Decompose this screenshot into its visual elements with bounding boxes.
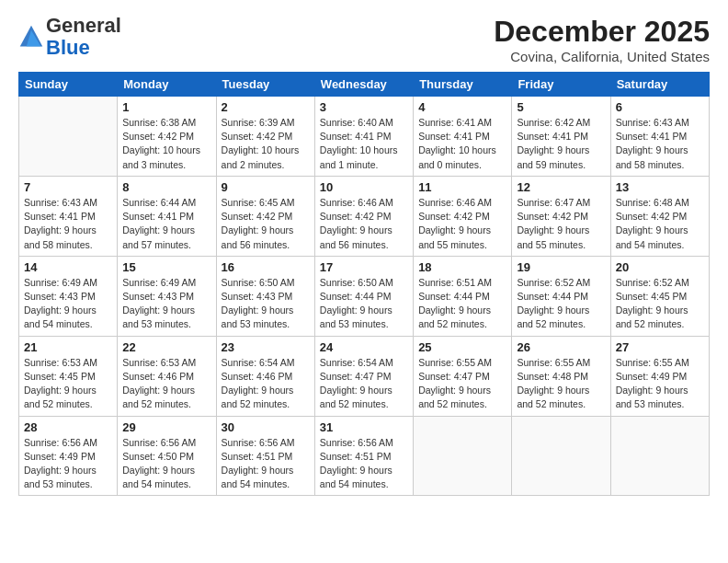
day-cell: 22Sunrise: 6:53 AMSunset: 4:46 PMDayligh… [118, 336, 216, 416]
day-cell: 8Sunrise: 6:44 AMSunset: 4:41 PMDaylight… [118, 176, 216, 256]
week-row-3: 21Sunrise: 6:53 AMSunset: 4:45 PMDayligh… [19, 336, 710, 416]
day-number: 25 [418, 340, 506, 354]
day-cell: 11Sunrise: 6:46 AMSunset: 4:42 PMDayligh… [414, 176, 512, 256]
day-cell: 21Sunrise: 6:53 AMSunset: 4:45 PMDayligh… [19, 336, 118, 416]
day-number: 17 [320, 260, 408, 274]
day-number: 20 [616, 260, 704, 274]
weekday-header-monday: Monday [118, 73, 216, 97]
day-cell: 19Sunrise: 6:52 AMSunset: 4:44 PMDayligh… [512, 256, 610, 336]
day-info: Sunrise: 6:42 AMSunset: 4:41 PMDaylight:… [517, 116, 605, 172]
day-info: Sunrise: 6:56 AMSunset: 4:49 PMDaylight:… [24, 436, 112, 492]
day-info: Sunrise: 6:56 AMSunset: 4:51 PMDaylight:… [222, 436, 310, 492]
day-number: 12 [517, 180, 605, 194]
day-number: 22 [122, 340, 210, 354]
weekday-header-thursday: Thursday [414, 73, 512, 97]
day-cell: 27Sunrise: 6:55 AMSunset: 4:49 PMDayligh… [610, 336, 709, 416]
day-cell: 9Sunrise: 6:45 AMSunset: 4:42 PMDaylight… [216, 176, 314, 256]
day-number: 26 [517, 340, 605, 354]
day-cell: 14Sunrise: 6:49 AMSunset: 4:43 PMDayligh… [19, 256, 118, 336]
logo-icon [18, 24, 44, 50]
day-info: Sunrise: 6:43 AMSunset: 4:41 PMDaylight:… [616, 116, 704, 172]
day-cell: 6Sunrise: 6:43 AMSunset: 4:41 PMDaylight… [610, 97, 709, 177]
day-info: Sunrise: 6:50 AMSunset: 4:43 PMDaylight:… [222, 276, 310, 332]
day-cell: 3Sunrise: 6:40 AMSunset: 4:41 PMDaylight… [314, 97, 413, 177]
day-cell: 13Sunrise: 6:48 AMSunset: 4:42 PMDayligh… [610, 176, 709, 256]
day-cell: 28Sunrise: 6:56 AMSunset: 4:49 PMDayligh… [19, 416, 118, 496]
day-number: 21 [24, 340, 112, 354]
day-number: 10 [320, 180, 408, 194]
day-info: Sunrise: 6:53 AMSunset: 4:45 PMDaylight:… [24, 356, 112, 412]
day-cell: 10Sunrise: 6:46 AMSunset: 4:42 PMDayligh… [314, 176, 413, 256]
day-number: 14 [24, 260, 112, 274]
day-number: 4 [418, 100, 506, 114]
day-number: 27 [616, 340, 704, 354]
day-info: Sunrise: 6:51 AMSunset: 4:44 PMDaylight:… [418, 276, 506, 332]
day-info: Sunrise: 6:45 AMSunset: 4:42 PMDaylight:… [222, 196, 310, 252]
day-number: 30 [222, 420, 310, 434]
day-info: Sunrise: 6:49 AMSunset: 4:43 PMDaylight:… [122, 276, 210, 332]
day-info: Sunrise: 6:55 AMSunset: 4:48 PMDaylight:… [517, 356, 605, 412]
location: Covina, California, United States [494, 49, 710, 64]
weekday-header-saturday: Saturday [610, 73, 709, 97]
day-cell: 4Sunrise: 6:41 AMSunset: 4:41 PMDaylight… [414, 97, 512, 177]
day-number: 28 [24, 420, 112, 434]
day-number: 9 [222, 180, 310, 194]
day-number: 1 [122, 100, 210, 114]
day-cell: 25Sunrise: 6:55 AMSunset: 4:47 PMDayligh… [414, 336, 512, 416]
day-info: Sunrise: 6:39 AMSunset: 4:42 PMDaylight:… [222, 116, 310, 172]
day-number: 2 [222, 100, 310, 114]
day-cell: 1Sunrise: 6:38 AMSunset: 4:42 PMDaylight… [118, 97, 216, 177]
day-cell: 26Sunrise: 6:55 AMSunset: 4:48 PMDayligh… [512, 336, 610, 416]
day-number: 24 [320, 340, 408, 354]
day-info: Sunrise: 6:55 AMSunset: 4:49 PMDaylight:… [616, 356, 704, 412]
day-cell: 31Sunrise: 6:56 AMSunset: 4:51 PMDayligh… [314, 416, 413, 496]
day-info: Sunrise: 6:54 AMSunset: 4:47 PMDaylight:… [320, 356, 408, 412]
day-info: Sunrise: 6:47 AMSunset: 4:42 PMDaylight:… [517, 196, 605, 252]
logo-general: General [46, 14, 121, 37]
day-info: Sunrise: 6:46 AMSunset: 4:42 PMDaylight:… [320, 196, 408, 252]
day-number: 3 [320, 100, 408, 114]
day-cell: 29Sunrise: 6:56 AMSunset: 4:50 PMDayligh… [118, 416, 216, 496]
day-info: Sunrise: 6:48 AMSunset: 4:42 PMDaylight:… [616, 196, 704, 252]
day-info: Sunrise: 6:41 AMSunset: 4:41 PMDaylight:… [418, 116, 506, 172]
day-cell: 16Sunrise: 6:50 AMSunset: 4:43 PMDayligh… [216, 256, 314, 336]
day-cell: 15Sunrise: 6:49 AMSunset: 4:43 PMDayligh… [118, 256, 216, 336]
day-number: 29 [122, 420, 210, 434]
day-info: Sunrise: 6:44 AMSunset: 4:41 PMDaylight:… [122, 196, 210, 252]
weekday-header-sunday: Sunday [19, 73, 118, 97]
week-row-0: 1Sunrise: 6:38 AMSunset: 4:42 PMDaylight… [19, 97, 710, 177]
title-block: December 2025 Covina, California, United… [494, 15, 710, 64]
day-number: 6 [616, 100, 704, 114]
day-info: Sunrise: 6:53 AMSunset: 4:46 PMDaylight:… [122, 356, 210, 412]
week-row-4: 28Sunrise: 6:56 AMSunset: 4:49 PMDayligh… [19, 416, 710, 496]
day-number: 19 [517, 260, 605, 274]
day-info: Sunrise: 6:54 AMSunset: 4:46 PMDaylight:… [222, 356, 310, 412]
day-number: 18 [418, 260, 506, 274]
day-number: 11 [418, 180, 506, 194]
day-info: Sunrise: 6:50 AMSunset: 4:44 PMDaylight:… [320, 276, 408, 332]
day-number: 23 [222, 340, 310, 354]
day-cell: 23Sunrise: 6:54 AMSunset: 4:46 PMDayligh… [216, 336, 314, 416]
week-row-1: 7Sunrise: 6:43 AMSunset: 4:41 PMDaylight… [19, 176, 710, 256]
day-number: 31 [320, 420, 408, 434]
month-title: December 2025 [494, 15, 710, 49]
day-info: Sunrise: 6:55 AMSunset: 4:47 PMDaylight:… [418, 356, 506, 412]
day-info: Sunrise: 6:52 AMSunset: 4:44 PMDaylight:… [517, 276, 605, 332]
day-number: 13 [616, 180, 704, 194]
week-row-2: 14Sunrise: 6:49 AMSunset: 4:43 PMDayligh… [19, 256, 710, 336]
day-number: 16 [222, 260, 310, 274]
day-cell [512, 416, 610, 496]
day-info: Sunrise: 6:49 AMSunset: 4:43 PMDaylight:… [24, 276, 112, 332]
header: General Blue December 2025 Covina, Calif… [18, 15, 710, 64]
day-cell: 2Sunrise: 6:39 AMSunset: 4:42 PMDaylight… [216, 97, 314, 177]
day-number: 15 [122, 260, 210, 274]
day-cell: 7Sunrise: 6:43 AMSunset: 4:41 PMDaylight… [19, 176, 118, 256]
day-number: 8 [122, 180, 210, 194]
calendar: SundayMondayTuesdayWednesdayThursdayFrid… [18, 72, 710, 496]
day-cell: 18Sunrise: 6:51 AMSunset: 4:44 PMDayligh… [414, 256, 512, 336]
day-cell: 30Sunrise: 6:56 AMSunset: 4:51 PMDayligh… [216, 416, 314, 496]
day-cell: 24Sunrise: 6:54 AMSunset: 4:47 PMDayligh… [314, 336, 413, 416]
weekday-header-wednesday: Wednesday [314, 73, 413, 97]
weekday-header-row: SundayMondayTuesdayWednesdayThursdayFrid… [19, 73, 710, 97]
day-info: Sunrise: 6:56 AMSunset: 4:50 PMDaylight:… [122, 436, 210, 492]
